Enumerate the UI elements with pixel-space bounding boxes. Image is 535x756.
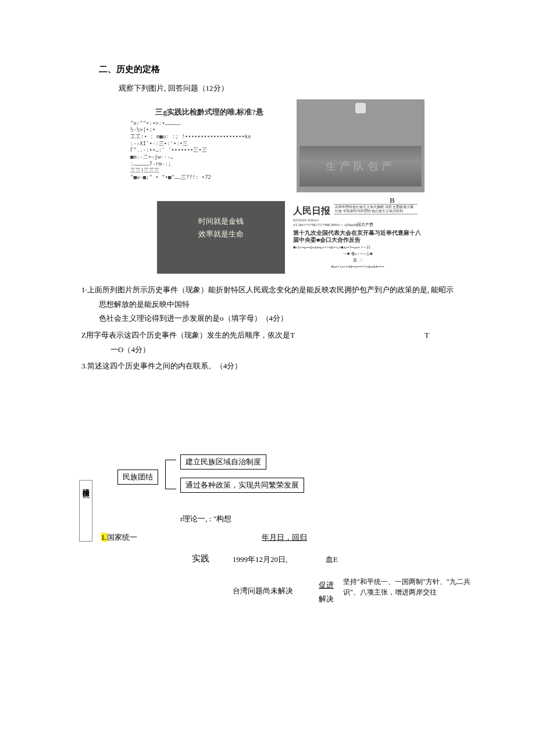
image-d-masthead-right: 高举中国特色社会主义伟大旗帜 决胜 全面建成小康社会 夺取新时代中国特 色社会主… bbox=[334, 204, 418, 214]
diagram-date: 1999年12月20日, bbox=[233, 554, 287, 565]
diagram-box-policy: 通过各种政策，实现共同繁荣发展 bbox=[180, 478, 304, 493]
diagram-blood: 血E bbox=[326, 554, 338, 565]
image-b-wall-text: 生产队包产 bbox=[299, 146, 422, 187]
concept-diagram: 维护祖国统一 民族团结 建立民族区域自治制度 通过各种政策，实现共同繁荣发展 r… bbox=[81, 454, 454, 635]
image-b-emblem bbox=[355, 103, 366, 113]
question-1-line2: 思想解放的是能反映中国特 bbox=[99, 298, 500, 312]
diagram-box-autonomy: 建立民族区域自治制度 bbox=[180, 454, 266, 470]
images-area: 三g实践比检黔式理的唯,标准?悬 "o:""•:•>:•…………… ½-½>|•… bbox=[128, 99, 425, 280]
image-a-newspaper: 三g实践比检黔式理的唯,标准?悬 "o:""•:•>:•…………… ½-½>|•… bbox=[128, 105, 291, 192]
image-d-garble2: ' • ■"食s • '• • 山■ bbox=[291, 251, 425, 257]
questions: 1·上面所列图片所示历史事件（现象）能折射特区人民观念变化的是能反映农民拥护包产… bbox=[99, 283, 500, 374]
diagram-practice: 实践 bbox=[192, 553, 209, 564]
image-d-garble3: 雷 , ," bbox=[291, 257, 425, 264]
question-1-line3: 色社会主义理论得到进一步发展的是o（填字母）（4分） bbox=[99, 311, 500, 326]
image-a-garbled-text: "o:""•:•>:•…………… ½-½>|•;• 工工:• : m■u: :;… bbox=[130, 120, 288, 181]
question-2-line1: Z用字母表示这四个历史事件（现象）发生的先后顺序，依次是T T bbox=[81, 328, 500, 343]
image-d-garble1: ■•3<••n•••β•44•kτ•<^•B'•<«•■A••7••a•r• *… bbox=[291, 245, 425, 251]
section-prompt: 观察下列图片, 回答问题（12分） bbox=[119, 83, 500, 94]
diagram-box-ethnic-unity: 民族团结 bbox=[117, 470, 158, 485]
question-2-right: T bbox=[425, 328, 429, 343]
diagram-solve: 解决 bbox=[319, 594, 334, 604]
diagram-theory-row: r理论一, : "构想 bbox=[180, 514, 231, 524]
image-c-slogan: 时间就是金钱 效率就是生命 bbox=[157, 201, 285, 274]
image-d-headline: 第十九次全国代表大会在京开幕习近串代衰麻十八届中央委■会口大合作反吿 bbox=[291, 228, 425, 245]
diagram-return-label: 年月日，回归 bbox=[262, 532, 307, 543]
question-2-line2: 一O（4分） bbox=[110, 343, 500, 357]
image-d-garble-top: e'f-Att<*1*M≥½^*HK'HWt:-: 1jfikpM国共产费 bbox=[291, 222, 425, 228]
section-title: 二、历史的定格 bbox=[99, 64, 500, 75]
image-b-photo: 生产队包产 bbox=[297, 99, 425, 192]
diagram-highlight-letter: L bbox=[101, 533, 107, 542]
image-a-headline: 三g实践比检黔式理的唯,标准?悬 bbox=[130, 108, 288, 117]
image-c-line2: 效率就是生命 bbox=[157, 229, 285, 239]
diagram-vertical-title: 维护祖国统一 bbox=[79, 480, 92, 542]
image-d-newspaper: 人民日报 高举中国特色社会主义伟大旗帜 决胜 全面建成小康社会 夺取新时代中国特… bbox=[291, 204, 425, 274]
question-2-left: Z用字母表示这四个历史事件（现象）发生的先后顺序，依次是T bbox=[81, 331, 295, 339]
diagram-promote-text: 坚持"和平统一、一国两制"方针、"九二共识"、八项主张，增进两岸交往 bbox=[343, 576, 471, 597]
image-d-garble4: Brn'•<a<••M••a•••••½•βaiM••••• bbox=[291, 264, 425, 270]
image-c-line1: 时间就是金钱 bbox=[157, 216, 285, 227]
diagram-nation-unify: 国家统一 bbox=[107, 533, 137, 542]
diagram-bracket-unity bbox=[165, 460, 176, 489]
diagram-taiwan: 台湾问题尚未解决 bbox=[233, 586, 293, 596]
question-3: 3.简述这四个历史事件之间的内在联系。（4分） bbox=[81, 359, 500, 374]
diagram-promote: 促进 bbox=[319, 580, 334, 590]
question-1-line1: 1·上面所列图片所示历史事件（现象）能折射特区人民观念变化的是能反映农民拥护包产… bbox=[81, 283, 500, 298]
image-d-masthead: 人民日报 bbox=[291, 204, 333, 218]
